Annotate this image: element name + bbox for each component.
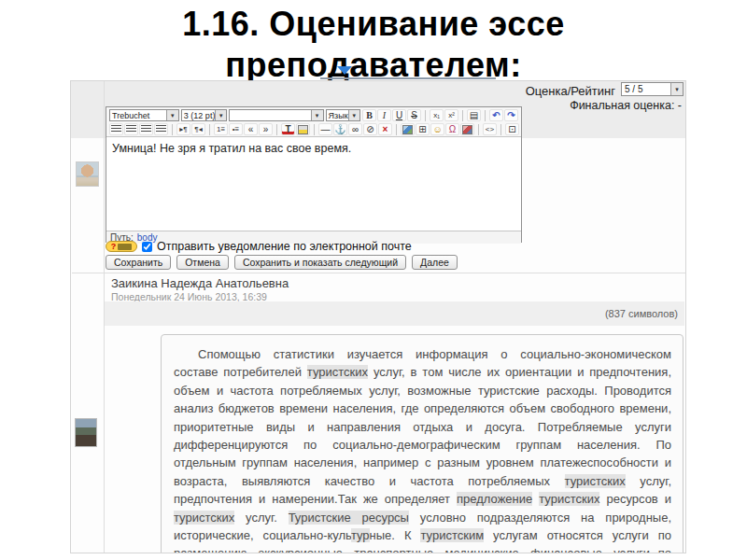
hr-icon[interactable]: — (318, 123, 332, 135)
toolbar-row2-buttons: ▸¶¶◂1≡•≡«»T—⚓∞⊘×⊞☺Ω<>⊡ (109, 123, 519, 135)
chevron-down-icon: ▾ (166, 110, 178, 120)
highlighted-term: туристских (174, 511, 234, 525)
toolbar-row-1: Trebuchet ▾ 3 (12 pt) ▾ ▾ Язык ▾ (109, 108, 518, 122)
source-icon[interactable]: <> (483, 123, 497, 135)
align-center-icon[interactable] (124, 123, 138, 135)
notify-row: ? Отправить уведомление по электронной п… (106, 240, 412, 253)
highlighted-term: Туристские ресурсы (289, 511, 409, 525)
toolbar-separator (396, 124, 397, 135)
essay-box: Спомощью статистики изучается информация… (161, 334, 684, 553)
question-mark-icon: ? (111, 243, 117, 251)
section-divider (72, 273, 685, 273)
save-button[interactable]: Сохранить (106, 255, 171, 270)
toolbar-separator (172, 124, 173, 135)
language-select[interactable]: Язык ▾ (326, 109, 360, 121)
align-right-icon[interactable] (139, 123, 153, 135)
bold-icon[interactable]: B (362, 109, 376, 121)
essay-text-segment: услуг. (234, 511, 288, 525)
indent-icon[interactable]: » (259, 123, 273, 135)
feedback-text: Умница! Не зря я тратил на вас свое врем… (112, 142, 351, 155)
title-underline-decoration (320, 77, 496, 79)
teacher-avatar[interactable] (76, 161, 99, 187)
feedback-textarea[interactable]: Умница! Не зря я тратил на вас свое врем… (106, 137, 521, 231)
rtl-icon[interactable]: ¶◂ (191, 123, 205, 135)
font-size-value: 3 (12 pt) (184, 111, 216, 120)
undo-icon[interactable]: ↶ (489, 109, 503, 121)
smiley-icon[interactable]: ☺ (430, 123, 444, 135)
font-size-select[interactable]: 3 (12 pt) ▾ (181, 109, 227, 121)
fullscreen-icon[interactable]: ⊡ (505, 123, 519, 135)
essay-text: Спомощью статистики изучается информация… (174, 345, 671, 553)
moodle-screenshot: Оценка/Рейтинг 5 / 5 ▾ Финальная оценка:… (70, 80, 686, 553)
char-count: (837 символов) (605, 308, 678, 319)
font-family-value: Trebuchet (112, 111, 149, 120)
cancel-button[interactable]: Отмена (176, 255, 229, 270)
student-avatar[interactable] (75, 418, 97, 447)
highlighted-term: туристских (307, 365, 368, 379)
align-justify-icon[interactable] (154, 123, 168, 135)
strikethrough-icon[interactable]: S (407, 109, 421, 121)
final-grade-label: Финальная оценка: - (570, 99, 682, 112)
next-button[interactable]: Далее (412, 255, 458, 270)
bg-color-icon[interactable] (296, 123, 310, 135)
chevron-down-icon: ▾ (348, 110, 359, 120)
italic-icon[interactable]: I (377, 109, 391, 121)
underline-icon[interactable]: U (392, 109, 406, 121)
arrow-down-icon (337, 66, 352, 75)
superscript-icon[interactable]: x² (444, 109, 458, 121)
subscript-icon[interactable]: x₁ (430, 109, 444, 121)
save-and-show-next-button[interactable]: Сохранить и показать следующий (234, 255, 406, 270)
html-editor: Trebuchet ▾ 3 (12 pt) ▾ ▾ Язык ▾ (106, 106, 522, 243)
action-buttons: Сохранить Отмена Сохранить и показать сл… (106, 255, 458, 270)
email-notify-checkbox[interactable] (142, 242, 152, 252)
media-icon[interactable] (460, 123, 474, 135)
help-icon[interactable]: ? (106, 241, 137, 252)
slide-title-line1: 1.16. Оценивание эссе (182, 5, 565, 43)
char-count-band: (837 символов) (105, 301, 684, 326)
ordered-list-icon[interactable]: 1≡ (214, 123, 228, 135)
toolbar-separator (425, 110, 426, 121)
highlighted-term: туристских (539, 492, 599, 506)
chevron-down-icon: ▾ (670, 83, 683, 95)
toolbar-separator (462, 110, 463, 121)
editor-toolbar: Trebuchet ▾ 3 (12 pt) ▾ ▾ Язык ▾ (106, 107, 521, 137)
toolbar-separator (276, 124, 277, 135)
chevron-down-icon: ▾ (215, 110, 226, 120)
essay-text-segment: ресурсов и (599, 492, 671, 506)
toolbar-separator (209, 124, 210, 135)
image-icon[interactable] (401, 123, 415, 135)
redo-icon[interactable]: ↷ (504, 109, 518, 121)
align-left-icon[interactable] (109, 123, 123, 135)
email-notify-label: Отправить уведомление по электронной поч… (157, 240, 412, 253)
toolbar-row1-buttons: BIUSx₁x²▤↶↷ (362, 109, 518, 121)
chevron-down-icon: ▾ (311, 110, 323, 120)
essay-text-segment: услуг, в том числе их ориентации и предп… (174, 365, 671, 487)
toolbar-separator (500, 124, 501, 135)
link-icon[interactable]: ∞ (348, 123, 362, 135)
slide-title: 1.16. Оценивание эссе преподавателем: (0, 4, 747, 86)
paragraph-style-select[interactable]: ▾ (229, 109, 323, 121)
highlighted-term: предложение (457, 492, 532, 506)
grade-select-value: 5 / 5 (625, 84, 642, 94)
toolbar-separator (485, 110, 486, 121)
help-badge-decoration (118, 244, 132, 250)
grade-select[interactable]: 5 / 5 ▾ (621, 82, 684, 96)
text-color-icon[interactable]: T (281, 123, 295, 135)
table-icon[interactable]: ⊞ (416, 123, 430, 135)
unlink-icon[interactable]: ⊘ (363, 123, 377, 135)
ltr-icon[interactable]: ▸¶ (176, 123, 190, 135)
nolink-icon[interactable]: × (378, 123, 392, 135)
font-family-select[interactable]: Trebuchet ▾ (109, 109, 179, 121)
language-value: Язык (329, 111, 348, 120)
highlighted-term: туристским (420, 528, 484, 542)
clean-word-html-icon[interactable]: ▤ (467, 109, 481, 121)
anchor-icon[interactable]: ⚓ (333, 123, 347, 135)
outdent-icon[interactable]: « (244, 123, 258, 135)
charmap-icon[interactable]: Ω (445, 123, 459, 135)
bullet-list-icon[interactable]: •≡ (229, 123, 243, 135)
student-name: Заикина Надежда Анатольевна (111, 276, 289, 290)
highlighted-term: тур (351, 528, 370, 542)
highlighted-term: туристских (565, 474, 626, 488)
grade-label: Оценка/Рейтинг (526, 84, 615, 98)
toolbar-separator (314, 124, 315, 135)
